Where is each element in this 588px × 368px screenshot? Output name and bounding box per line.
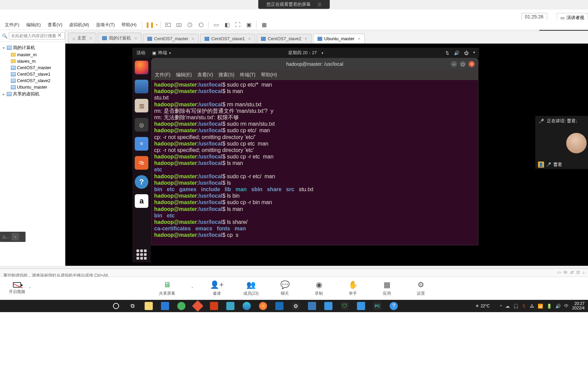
tray-wifi-icon[interactable]: 📶 [538,304,543,309]
tray-ime[interactable]: 中 [564,303,569,309]
tree-item-ubuntu-master[interactable]: Ubuntu_master [11,84,64,90]
tray-bluetooth-icon[interactable]: 🔋 [546,304,552,309]
tab-centos7-slave2[interactable]: CentOS7_slave2× [257,34,312,43]
participant-video-tile[interactable] [535,126,588,160]
taskbar-shield1[interactable] [321,300,336,312]
taskbar-edge-legacy[interactable] [239,300,255,312]
tab-ubuntu-master[interactable]: Ubuntu_master× [313,34,365,43]
tray-battery-icon[interactable]: 🖁 [522,304,526,309]
tree-root-mycomputer[interactable]: ▾ 我的计算机 [1,44,64,51]
app-menu-button[interactable]: ▣ 终端 ▾ [152,50,171,56]
status-icon[interactable]: ▭ [557,270,561,276]
status-ime-icon[interactable]: 中 [564,270,568,276]
pause-button[interactable]: ❚❚ [145,21,154,29]
menu-file[interactable]: 文件(F) [2,20,22,29]
dock-amazon[interactable]: a [135,194,148,208]
tray-onedrive-icon[interactable]: ☁ [505,304,510,309]
tray-clock[interactable]: 20:27 2022/4 [572,302,585,310]
dock-show-apps[interactable] [136,249,147,260]
taskbar-quicker[interactable]: ? [386,300,402,312]
apps-button[interactable]: ▦应用 [377,280,397,296]
dock-files[interactable]: ▥ [135,99,148,112]
tree-item-centos7-slave2[interactable]: CentOS7_slave2 [11,77,64,84]
task-view-button[interactable]: ⧉ [125,300,140,312]
close-icon[interactable]: × [192,36,194,41]
taskbar-office[interactable] [206,300,222,312]
tray-volume-icon[interactable]: 🔊 [555,304,561,309]
close-icon[interactable]: × [305,36,307,41]
share-banner-menu-icon[interactable]: ☰ [317,2,322,7]
tray-network-icon[interactable]: 🖧 [530,304,534,309]
network-icon[interactable]: ⇅ [445,50,449,56]
invite-button[interactable]: 👤+邀请 [207,280,227,296]
close-icon[interactable]: × [89,36,92,41]
dock-thunderbird[interactable] [135,80,148,93]
dock-libreoffice-writer[interactable]: ≡ [135,137,148,151]
tab-mycomputer[interactable]: 我的计算机× [98,33,142,43]
tray-headphones-icon[interactable]: 🎧 [513,304,519,309]
taskbar-settings[interactable]: ⚙ [288,300,304,312]
menu-view[interactable]: 查看(V) [45,20,65,29]
stretch-button[interactable]: ⛶ [233,21,243,29]
record-button[interactable]: ◉录制 [309,280,329,296]
close-icon[interactable]: × [248,36,251,41]
dock-rhythmbox[interactable]: ◎ [135,118,148,132]
settings-button[interactable]: ⚙设置 [411,280,431,296]
volume-icon[interactable]: 🔊 [454,50,459,56]
menu-help[interactable]: 帮助(H) [119,20,139,29]
tray-chevron-up[interactable]: ^ [500,304,502,309]
tab-centos7-slave1[interactable]: CentOS7_slave1× [200,34,255,43]
tree-item-slaves-m[interactable]: slaves_m [11,58,64,64]
taskbar-explorer[interactable] [141,300,157,312]
share-options-caret[interactable]: ^ [192,287,193,290]
snapshot-button[interactable] [174,21,184,29]
term-menu-view[interactable]: 查看(V) [197,72,213,78]
snapshot-manage-button[interactable] [185,21,195,29]
tab-home[interactable]: ⌂主页× [68,33,96,43]
video-options-caret[interactable]: ^ [29,287,31,290]
share-screen-button[interactable]: 🖥共享屏幕 [157,280,177,296]
activities-button[interactable]: 活动 [136,50,145,56]
term-menu-edit[interactable]: 编辑(E) [176,72,192,78]
taskbar-media-player[interactable] [272,300,287,312]
tree-item-centos7-slave1[interactable]: CentOS7_slave1 [11,71,64,77]
taskbar-tencent-meeting[interactable] [353,300,369,312]
taskbar-shield2[interactable]: 🛡 [337,300,353,312]
dock-firefox[interactable] [135,61,148,74]
console-view-button[interactable]: ▣ [244,21,254,29]
pause-dropdown-icon[interactable]: ▾ [156,23,158,27]
terminal-body[interactable]: hadoop@master:/usr/local$ sudo cp etc/* … [151,80,478,245]
status-net-icon[interactable]: ⇄ [570,270,574,276]
term-menu-search[interactable]: 搜索(S) [218,72,234,78]
clock-button[interactable]: 星期四 20：27 ▾ [288,50,324,56]
close-button[interactable]: ✕ [469,61,475,67]
raise-hand-button[interactable]: ✋举手 [343,280,363,296]
library-button[interactable]: ▦ [259,21,269,29]
taskbar-mail[interactable] [157,300,173,312]
term-menu-file[interactable]: 文件(F) [155,72,170,78]
taskbar-edge-chromium[interactable] [174,300,189,312]
close-icon[interactable]: × [134,36,137,41]
menu-edit[interactable]: 编辑(E) [23,20,44,29]
start-video-button[interactable]: 开启视频 [7,282,27,295]
close-icon[interactable]: × [358,36,361,41]
taskbar-firefox[interactable] [255,300,271,312]
send-ctrl-alt-del-button[interactable] [163,21,173,29]
unity-button[interactable]: ◧ [222,21,232,29]
vm-display-area[interactable]: 活动 ▣ 终端 ▾ 星期四 20：27 ▾ ⇅ 🔊 ⏻ ▾ ▥ ◎ ≡ 🛍 ? … [65,44,588,266]
term-menu-terminal[interactable]: 终端(T) [240,72,256,78]
chat-button[interactable]: 💬聊天 [275,280,295,296]
taskbar-wps[interactable] [190,300,206,312]
taskbar-vmware[interactable] [304,300,320,312]
members-button[interactable]: 👥成员(23) [241,280,261,296]
cortana-button[interactable] [108,300,124,312]
snapshot-revert-button[interactable] [196,21,206,29]
taskbar-bilibili[interactable] [223,300,238,312]
status-sound-icon[interactable]: ♪ [583,270,585,276]
fullscreen-button[interactable]: ▭ [211,21,221,29]
sidebar-close-button[interactable]: ✕ [56,32,63,39]
dock-ubuntu-software[interactable]: 🛍 [135,156,148,170]
terminal-titlebar[interactable]: hadoop@master: /usr/local ─ ▢ ✕ [151,58,478,70]
weather-widget[interactable]: ☀22°C [475,304,490,308]
status-usb-icon[interactable]: ⊡ [576,270,580,276]
